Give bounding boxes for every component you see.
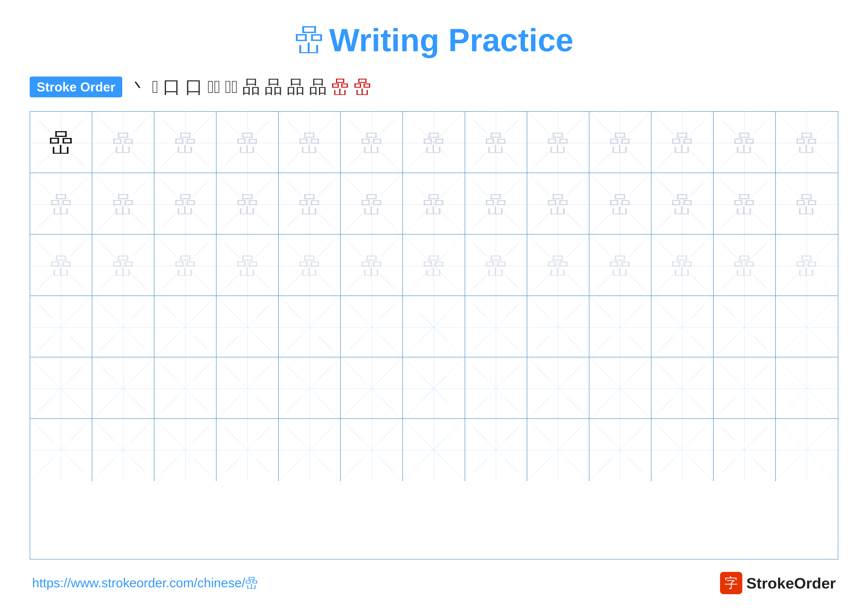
grid-cell-r1-c2: 嵒 [92,112,154,174]
grid-cell-r1-c5: 嵒 [279,112,341,174]
stroke-step-11: 嵒 [331,75,349,99]
grid-cell-r2-c12: 嵒 [714,173,776,235]
grid-cell-r3-c6: 嵒 [341,235,403,297]
grid-cell-r2-c3: 嵒 [154,173,217,235]
stroke-step-2: 𠂆 [152,77,158,97]
grid-cell-r3-c9: 嵒 [527,235,589,297]
grid-cell-r3-c2: 嵒 [92,235,154,297]
stroke-step-9: 品 [287,75,305,99]
grid-cell-r4-c1[interactable] [30,296,92,358]
grid-cell-r4-c11[interactable] [651,296,714,358]
grid-cell-r6-c4[interactable] [217,419,279,481]
grid-cell-r4-c4[interactable] [217,296,279,358]
practice-grid: 嵒 嵒 嵒 嵒 嵒 嵒 嵒 嵒 嵒 嵒 嵒 嵒 嵒 嵒 嵒 嵒 嵒 嵒 嵒 嵒 … [30,111,838,560]
grid-cell-r1-c1: 嵒 [30,112,92,174]
grid-cell-r4-c9[interactable] [527,296,589,358]
grid-cell-r4-c13[interactable] [776,296,838,358]
grid-cell-r3-c8: 嵒 [465,235,527,297]
grid-cell-r2-c10: 嵒 [589,173,651,235]
grid-cell-r6-c8[interactable] [465,419,527,481]
grid-cell-r6-c10[interactable] [589,419,651,481]
grid-cell-r2-c9: 嵒 [527,173,589,235]
grid-cell-r1-c12: 嵒 [714,112,776,174]
grid-cell-r4-c8[interactable] [465,296,527,358]
stroke-step-4: 口 [185,75,203,99]
footer-logo: 字 StrokeOrder [720,572,836,594]
grid-cell-r5-c12[interactable] [714,358,776,420]
stroke-step-3: 口 [163,75,181,99]
grid-cell-r4-c10[interactable] [589,296,651,358]
title-area: 嵒 Writing Practice [294,20,573,60]
grid-cell-r1-c8: 嵒 [465,112,527,174]
grid-cell-r6-c2[interactable] [92,419,154,481]
grid-cell-r6-c7[interactable] [403,419,465,481]
grid-row-3: 嵒 嵒 嵒 嵒 嵒 嵒 嵒 嵒 嵒 嵒 嵒 嵒 嵒 [30,235,838,296]
logo-text: StrokeOrder [746,574,836,592]
grid-cell-r4-c5[interactable] [279,296,341,358]
page-container: 嵒 Writing Practice Stroke Order 丶 𠂆 口 口 … [0,0,868,614]
grid-cell-r5-c1[interactable] [30,358,92,420]
grid-cell-r3-c11: 嵒 [651,235,714,297]
grid-cell-r5-c5[interactable] [279,358,341,420]
grid-cell-r1-c9: 嵒 [527,112,589,174]
grid-cell-r2-c8: 嵒 [465,173,527,235]
stroke-step-7: 品 [242,75,260,99]
grid-cell-r5-c2[interactable] [92,358,154,420]
stroke-step-8: 品 [265,75,282,99]
grid-cell-r4-c3[interactable] [154,296,217,358]
grid-cell-r3-c13: 嵒 [776,235,838,297]
logo-icon: 字 [720,572,742,594]
grid-cell-r4-c12[interactable] [714,296,776,358]
grid-cell-r1-c6: 嵒 [341,112,403,174]
grid-cell-r5-c7[interactable] [403,358,465,420]
grid-cell-r3-c3: 嵒 [154,235,217,297]
grid-cell-r6-c6[interactable] [341,419,403,481]
grid-cell-r5-c9[interactable] [527,358,589,420]
grid-cell-r6-c1[interactable] [30,419,92,481]
grid-cell-r5-c6[interactable] [341,358,403,420]
grid-cell-r2-c13: 嵒 [776,173,838,235]
grid-cell-r4-c7[interactable] [403,296,465,358]
grid-cell-r6-c11[interactable] [651,419,714,481]
grid-cell-r1-c10: 嵒 [589,112,651,174]
grid-cell-r2-c1: 嵒 [30,173,92,235]
char-dark: 嵒 [49,126,73,160]
grid-cell-r3-c12: 嵒 [714,235,776,297]
grid-cell-r6-c13[interactable] [776,419,838,481]
grid-cell-r2-c2: 嵒 [92,173,154,235]
grid-cell-r3-c1: 嵒 [30,235,92,297]
grid-cell-r4-c2[interactable] [92,296,154,358]
grid-cell-r2-c5: 嵒 [279,173,341,235]
grid-cell-r6-c12[interactable] [714,419,776,481]
grid-cell-r3-c10: 嵒 [589,235,651,297]
grid-cell-r1-c11: 嵒 [651,112,714,174]
grid-row-4 [30,296,838,358]
grid-cell-r5-c8[interactable] [465,358,527,420]
stroke-step-10: 品 [309,75,327,99]
stroke-steps: 丶 𠂆 口 口 𠂆口 𠂆口 品 品 品 品 嵒 嵒 [130,75,371,99]
grid-cell-r1-c3: 嵒 [154,112,217,174]
stroke-step-6: 𠂆口 [225,77,238,97]
grid-cell-r3-c7: 嵒 [403,235,465,297]
grid-cell-r4-c6[interactable] [341,296,403,358]
grid-cell-r5-c10[interactable] [589,358,651,420]
grid-cell-r1-c13: 嵒 [776,112,838,174]
grid-cell-r6-c9[interactable] [527,419,589,481]
grid-cell-r3-c4: 嵒 [217,235,279,297]
stroke-step-12: 嵒 [353,75,371,99]
grid-cell-r5-c11[interactable] [651,358,714,420]
grid-row-1: 嵒 嵒 嵒 嵒 嵒 嵒 嵒 嵒 嵒 嵒 嵒 嵒 嵒 [30,112,838,173]
grid-cell-r6-c3[interactable] [154,419,217,481]
grid-cell-r6-c5[interactable] [279,419,341,481]
title-char: 嵒 [294,20,324,60]
grid-cell-r2-c6: 嵒 [341,173,403,235]
grid-row-6 [30,419,838,480]
grid-row-5 [30,358,838,419]
grid-cell-r5-c4[interactable] [217,358,279,420]
grid-cell-r5-c13[interactable] [776,358,838,420]
grid-cell-r5-c3[interactable] [154,358,217,420]
grid-cell-r2-c4: 嵒 [217,173,279,235]
grid-cell-r3-c5: 嵒 [279,235,341,297]
grid-cell-r2-c11: 嵒 [651,173,714,235]
footer-url[interactable]: https://www.strokeorder.com/chinese/嵒 [32,574,258,592]
